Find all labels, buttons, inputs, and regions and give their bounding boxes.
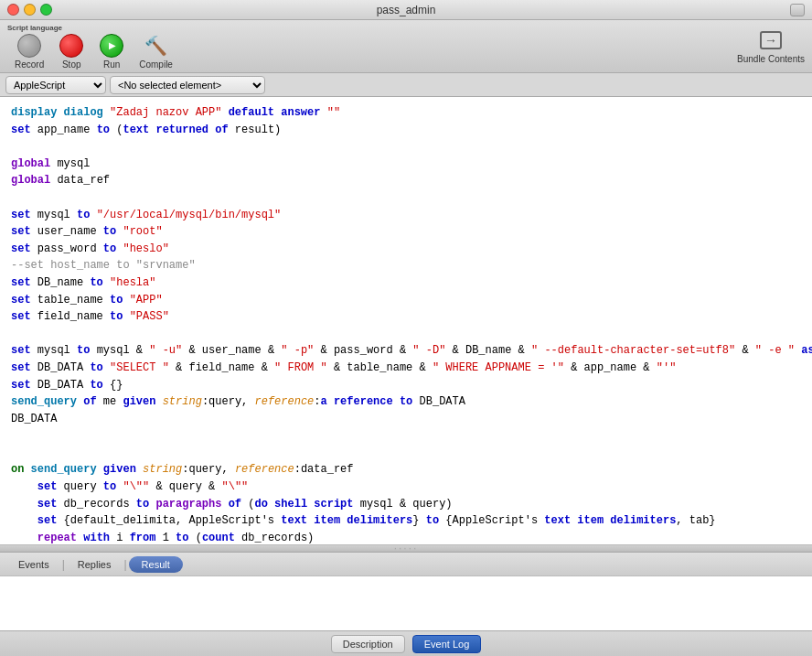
code-line: on send_query given string:query, refere… — [11, 461, 801, 479]
window-title: pass_admin — [377, 4, 436, 16]
tab-divider: | — [62, 558, 65, 571]
code-line: set query to "\"" & query & "\"" — [11, 479, 801, 496]
code-line: set table_name to "APP" — [11, 292, 801, 309]
compile-icon: 🔨 — [144, 33, 169, 59]
window-controls[interactable] — [7, 4, 52, 16]
code-line: set db_records to paragraphs of (do shel… — [11, 496, 801, 513]
compile-button[interactable]: 🔨 Compile — [132, 29, 180, 73]
selector-bar: AppleScript JavaScript <No selected elem… — [0, 73, 812, 97]
code-line: global mysql — [11, 156, 801, 173]
code-line — [11, 189, 801, 207]
script-language-label: Script language — [7, 24, 62, 32]
stop-label: Stop — [62, 59, 81, 70]
compile-label: Compile — [139, 59, 173, 70]
log-tab-bar: Events | Replies | Result — [0, 552, 812, 575]
record-button[interactable]: Record — [7, 29, 51, 73]
tab-divider-2: | — [123, 558, 126, 571]
code-line: DB_DATA — [11, 411, 801, 428]
code-line: display dialog "Zadaj nazov APP" default… — [11, 104, 801, 122]
code-line: set mysql to mysql & " -u" & user_name &… — [11, 342, 801, 360]
bundle-contents-button[interactable]: → Bundle Contents — [737, 28, 805, 64]
tab-events[interactable]: Events — [7, 556, 60, 573]
toolbar: Script language Record Stop Run 🔨 Compil… — [0, 20, 812, 73]
code-line — [11, 326, 801, 343]
status-bar: Description Event Log — [0, 630, 812, 656]
stop-button[interactable]: Stop — [51, 29, 91, 73]
tab-replies[interactable]: Replies — [67, 556, 123, 573]
maximize-button[interactable] — [40, 4, 52, 16]
code-line: set DB_DATA to {} — [11, 377, 801, 394]
code-line — [11, 445, 801, 462]
title-bar: pass_admin — [0, 0, 812, 20]
bundle-contents-label: Bundle Contents — [737, 54, 805, 64]
code-line: set pass_word to "heslo" — [11, 241, 801, 258]
record-label: Record — [15, 59, 44, 70]
run-label: Run — [103, 59, 120, 70]
code-line: set DB_name to "hesla" — [11, 274, 801, 292]
code-line: --set host_name to "srvname" — [11, 257, 801, 274]
code-line: send_query of me given string:query, ref… — [11, 393, 801, 411]
tab-result[interactable]: Result — [129, 556, 183, 573]
language-selector[interactable]: AppleScript JavaScript — [5, 76, 106, 94]
code-line: set DB_DATA to "SELECT " & field_name & … — [11, 360, 801, 377]
event-log-button[interactable]: Event Log — [412, 635, 482, 653]
code-line: set user_name to "root" — [11, 223, 801, 241]
code-line: global data_ref — [11, 172, 801, 189]
description-button[interactable]: Description — [331, 635, 405, 653]
record-icon — [16, 33, 42, 59]
code-line — [11, 427, 801, 445]
log-area[interactable] — [0, 575, 812, 630]
code-line: set mysql to "/usr/local/mysql/bin/mysql… — [11, 207, 801, 224]
bundle-icon: → — [757, 28, 785, 52]
code-line: set field_name to "PASS" — [11, 308, 801, 326]
code-line — [11, 138, 801, 156]
code-line: set {default_delimita, AppleScript's tex… — [11, 512, 801, 530]
run-button[interactable]: Run — [91, 29, 132, 73]
run-icon — [99, 33, 124, 59]
window-resize-btn[interactable] — [790, 4, 805, 16]
code-editor[interactable]: display dialog "Zadaj nazov APP" default… — [0, 97, 812, 544]
close-button[interactable] — [7, 4, 19, 16]
element-selector[interactable]: <No selected element> — [110, 76, 265, 94]
minimize-button[interactable] — [24, 4, 36, 16]
code-line: set app_name to (text returned of result… — [11, 122, 801, 139]
stop-icon — [59, 33, 84, 59]
resize-handle[interactable] — [0, 544, 812, 552]
